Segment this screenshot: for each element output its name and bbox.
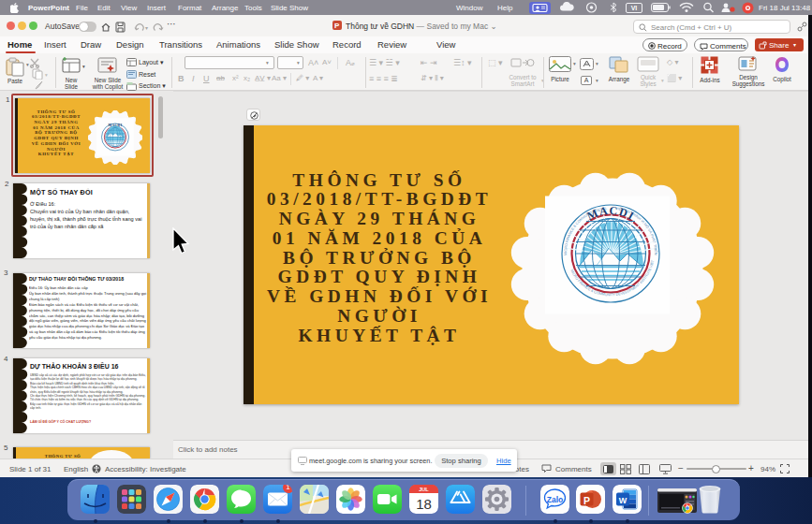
svg-text:18: 18 xyxy=(416,496,432,512)
svg-text:P: P xyxy=(583,495,590,506)
svg-text:W: W xyxy=(618,496,627,505)
svg-text:JUL: JUL xyxy=(419,487,429,492)
svg-text:Zalo: Zalo xyxy=(546,495,562,504)
svg-text:MACDI: MACDI xyxy=(108,124,122,127)
